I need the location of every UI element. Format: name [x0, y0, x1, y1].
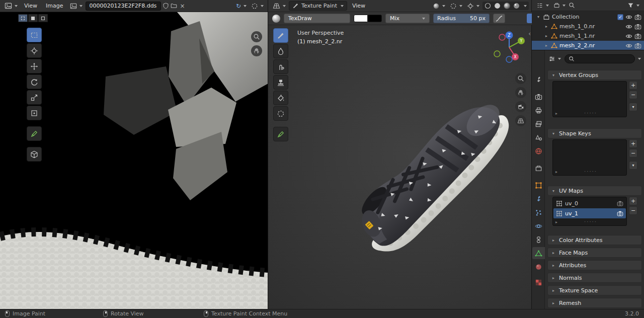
hide-viewport-eye-icon[interactable]	[625, 42, 632, 49]
zoom-button[interactable]	[251, 31, 262, 42]
hide-viewport-eye-icon[interactable]	[625, 23, 632, 30]
filter-dropdown[interactable]	[626, 1, 641, 10]
select-mode-face-button[interactable]	[28, 14, 38, 22]
panel-header-face-maps[interactable]: ▸Face Maps	[547, 248, 642, 258]
sidebar-collapse-arrow[interactable]: ‹	[528, 30, 531, 37]
stencil-mask-button[interactable]	[250, 2, 265, 11]
tool-clone-button[interactable]	[273, 75, 288, 90]
primary-color-swatch[interactable]	[354, 15, 368, 22]
outliner-row-mesh[interactable]: ▸ mesh_1_1.nr	[532, 31, 644, 41]
tool-mask-button[interactable]	[273, 106, 288, 121]
disable-render-camera-icon[interactable]	[634, 23, 641, 30]
axis-z-neg-ball[interactable]	[506, 56, 512, 62]
tab-scene[interactable]	[532, 131, 545, 143]
panel-header-texture-space[interactable]: ▸Texture Space	[547, 285, 642, 295]
tool-draw-button[interactable]	[273, 28, 288, 43]
tool-box-select-button[interactable]	[27, 28, 42, 42]
panel-header-remesh[interactable]: ▸Remesh	[547, 298, 642, 308]
disclosure-icon[interactable]: ▸	[544, 43, 549, 48]
tab-particles[interactable]	[532, 206, 545, 218]
uv-render-camera-icon[interactable]	[617, 200, 623, 207]
select-mode-island-button[interactable]	[38, 14, 48, 22]
tab-render[interactable]	[532, 91, 545, 103]
uv-maps-list[interactable]: uv_0 uv_1 ▸·····	[552, 197, 627, 226]
pivot-dropdown[interactable]	[465, 2, 481, 11]
vertex-groups-list[interactable]: ▸·····	[552, 81, 627, 117]
image-name-field[interactable]: 0000020123E2F2F8.dds	[86, 2, 161, 11]
uv-render-camera-icon-active[interactable]	[617, 210, 623, 217]
list-resize-grip-icon[interactable]: ·····	[557, 220, 624, 223]
zoom-button[interactable]	[515, 73, 526, 84]
panel-header-attributes[interactable]: ▸Attributes	[547, 260, 642, 270]
tool-annotate-button[interactable]	[27, 126, 42, 141]
panel-header-shape-keys[interactable]: ▾ Shape Keys	[547, 128, 642, 138]
tab-world[interactable]	[532, 145, 545, 157]
mode-dropdown[interactable]: Texture Paint	[289, 1, 347, 11]
image-cycle-button[interactable]: ↻	[234, 2, 248, 11]
select-mode-box-button[interactable]	[18, 14, 28, 22]
open-image-folder-icon[interactable]	[171, 3, 177, 9]
uv-map-row-selected[interactable]: uv_1	[553, 208, 626, 218]
tab-texture[interactable]	[532, 276, 545, 288]
shading-solid-icon[interactable]	[494, 3, 501, 9]
strength-slider-clipped[interactable]	[527, 14, 532, 23]
image-canvas[interactable]	[0, 12, 268, 309]
outliner-row-mesh[interactable]: ▸ mesh_1_0.nr	[532, 22, 644, 31]
shape-key-specials-button[interactable]: ▾	[629, 161, 637, 170]
tab-object-data[interactable]	[532, 247, 545, 259]
tab-material[interactable]	[532, 261, 545, 273]
shape-keys-list[interactable]: ▸·····	[552, 139, 627, 176]
shading-material-icon[interactable]	[504, 3, 510, 9]
display-mode-dropdown[interactable]	[552, 1, 567, 10]
disable-render-camera-icon[interactable]	[634, 42, 641, 49]
hide-viewport-eye-icon[interactable]	[625, 14, 632, 21]
remove-uv-map-button[interactable]: −	[629, 206, 637, 215]
editor-type-button[interactable]	[271, 1, 287, 11]
camera-view-button[interactable]	[515, 101, 526, 112]
radius-slider[interactable]: Radius50 px	[433, 14, 490, 23]
tab-collection[interactable]	[532, 162, 545, 174]
tab-tool[interactable]	[532, 73, 545, 86]
tool-move-button[interactable]	[27, 59, 42, 73]
tool-annotate-button[interactable]	[273, 127, 288, 141]
list-resize-grip-icon[interactable]: ·····	[557, 112, 624, 115]
panel-header-uv-maps[interactable]: ▾ UV Maps	[547, 186, 642, 196]
pan-hand-button[interactable]	[515, 87, 526, 98]
outliner-row-mesh-selected[interactable]: ▸ mesh_2_2.nr	[532, 41, 644, 50]
uv-map-row[interactable]: uv_0	[553, 198, 626, 208]
tab-constraints[interactable]	[532, 233, 545, 246]
menu-view[interactable]: View	[21, 1, 41, 11]
vertex-group-specials-button[interactable]: ▾	[629, 103, 637, 111]
disclosure-icon[interactable]: ▸	[544, 24, 549, 29]
editor-type-button[interactable]	[535, 1, 550, 10]
falloff-dropdown[interactable]	[431, 2, 447, 11]
stencil-dropdown[interactable]	[448, 2, 464, 11]
outliner-row-collection[interactable]: ▾ Collection ✓	[532, 12, 644, 22]
shading-rendered-icon[interactable]	[513, 3, 520, 9]
tab-view-layer[interactable]	[532, 118, 545, 130]
tool-smear-button[interactable]	[273, 59, 288, 74]
disclosure-icon[interactable]: ▾	[536, 15, 541, 19]
tool-fill-button[interactable]	[273, 91, 288, 105]
tab-output[interactable]	[532, 104, 545, 116]
shading-wireframe-icon[interactable]	[485, 3, 491, 9]
fake-user-shield-icon[interactable]	[163, 3, 169, 9]
properties-search-input[interactable]	[565, 54, 635, 63]
brush-name-field[interactable]: TexDraw	[284, 14, 350, 23]
tool-rotate-button[interactable]	[27, 74, 42, 89]
3d-viewport-canvas[interactable]: User Perspective (1) mesh_2_2.nr	[268, 25, 532, 309]
tool-scale-button[interactable]	[27, 90, 42, 105]
disable-render-camera-icon[interactable]	[634, 33, 641, 40]
add-uv-map-button[interactable]: +	[629, 197, 637, 205]
add-shape-key-button[interactable]: +	[629, 139, 637, 148]
add-vertex-group-button[interactable]: +	[629, 81, 637, 90]
editor-type-button[interactable]	[547, 54, 562, 63]
blend-mode-dropdown[interactable]: Mix	[385, 14, 430, 23]
tab-object[interactable]	[532, 179, 545, 191]
remove-vertex-group-button[interactable]: −	[629, 91, 637, 99]
collection-checkbox[interactable]: ✓	[617, 14, 623, 20]
falloff-curve-button[interactable]	[493, 14, 505, 23]
tool-transform-button[interactable]	[27, 106, 42, 120]
secondary-color-swatch[interactable]	[368, 15, 382, 22]
navigation-gizmo[interactable]: Z Y X	[491, 29, 527, 65]
